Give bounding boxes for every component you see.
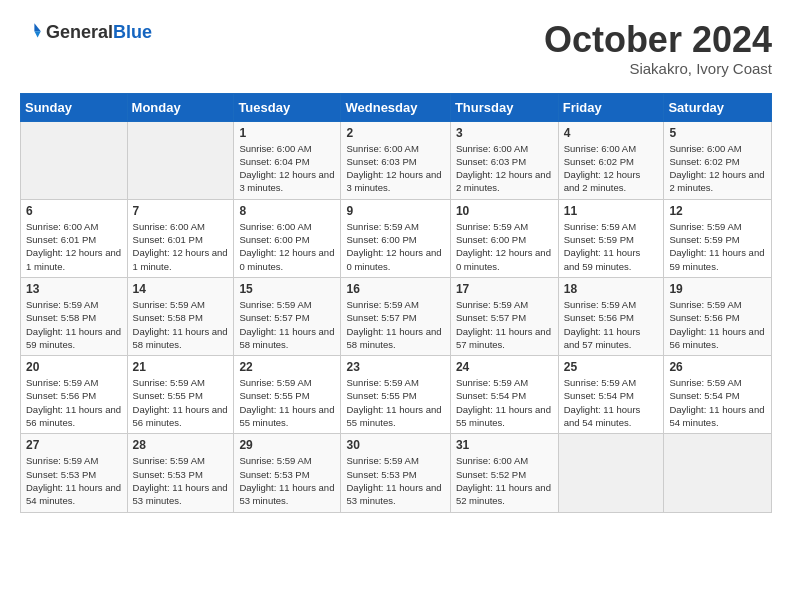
day-number: 15 — [239, 282, 335, 296]
calendar-header-row: SundayMondayTuesdayWednesdayThursdayFrid… — [21, 93, 772, 121]
day-number: 28 — [133, 438, 229, 452]
cell-sun-info: Sunrise: 5:59 AM Sunset: 5:56 PM Dayligh… — [564, 298, 659, 351]
cell-sun-info: Sunrise: 5:59 AM Sunset: 5:58 PM Dayligh… — [133, 298, 229, 351]
cell-sun-info: Sunrise: 6:00 AM Sunset: 6:00 PM Dayligh… — [239, 220, 335, 273]
calendar-cell: 29Sunrise: 5:59 AM Sunset: 5:53 PM Dayli… — [234, 434, 341, 512]
calendar-cell: 8Sunrise: 6:00 AM Sunset: 6:00 PM Daylig… — [234, 199, 341, 277]
day-number: 6 — [26, 204, 122, 218]
cell-sun-info: Sunrise: 5:59 AM Sunset: 5:53 PM Dayligh… — [26, 454, 122, 507]
day-number: 12 — [669, 204, 766, 218]
logo-general-text: General — [46, 22, 113, 42]
cell-sun-info: Sunrise: 6:00 AM Sunset: 6:01 PM Dayligh… — [133, 220, 229, 273]
calendar-cell: 3Sunrise: 6:00 AM Sunset: 6:03 PM Daylig… — [450, 121, 558, 199]
cell-sun-info: Sunrise: 5:59 AM Sunset: 5:55 PM Dayligh… — [239, 376, 335, 429]
day-number: 14 — [133, 282, 229, 296]
calendar-cell: 22Sunrise: 5:59 AM Sunset: 5:55 PM Dayli… — [234, 356, 341, 434]
calendar-cell: 11Sunrise: 5:59 AM Sunset: 5:59 PM Dayli… — [558, 199, 664, 277]
day-number: 16 — [346, 282, 444, 296]
cell-sun-info: Sunrise: 5:59 AM Sunset: 5:55 PM Dayligh… — [346, 376, 444, 429]
day-number: 9 — [346, 204, 444, 218]
location-subtitle: Siakakro, Ivory Coast — [544, 60, 772, 77]
day-number: 30 — [346, 438, 444, 452]
day-number: 20 — [26, 360, 122, 374]
calendar-cell — [558, 434, 664, 512]
day-of-week-header: Friday — [558, 93, 664, 121]
day-number: 4 — [564, 126, 659, 140]
cell-sun-info: Sunrise: 5:59 AM Sunset: 5:54 PM Dayligh… — [456, 376, 553, 429]
day-of-week-header: Sunday — [21, 93, 128, 121]
calendar-week-row: 20Sunrise: 5:59 AM Sunset: 5:56 PM Dayli… — [21, 356, 772, 434]
cell-sun-info: Sunrise: 5:59 AM Sunset: 6:00 PM Dayligh… — [346, 220, 444, 273]
cell-sun-info: Sunrise: 5:59 AM Sunset: 5:58 PM Dayligh… — [26, 298, 122, 351]
title-area: October 2024 Siakakro, Ivory Coast — [544, 20, 772, 77]
logo-blue-text: Blue — [113, 22, 152, 42]
cell-sun-info: Sunrise: 5:59 AM Sunset: 5:53 PM Dayligh… — [239, 454, 335, 507]
day-number: 18 — [564, 282, 659, 296]
calendar-cell: 4Sunrise: 6:00 AM Sunset: 6:02 PM Daylig… — [558, 121, 664, 199]
day-number: 29 — [239, 438, 335, 452]
day-number: 23 — [346, 360, 444, 374]
cell-sun-info: Sunrise: 6:00 AM Sunset: 6:04 PM Dayligh… — [239, 142, 335, 195]
calendar-cell: 6Sunrise: 6:00 AM Sunset: 6:01 PM Daylig… — [21, 199, 128, 277]
cell-sun-info: Sunrise: 5:59 AM Sunset: 5:56 PM Dayligh… — [26, 376, 122, 429]
calendar-cell: 14Sunrise: 5:59 AM Sunset: 5:58 PM Dayli… — [127, 277, 234, 355]
day-number: 24 — [456, 360, 553, 374]
day-number: 17 — [456, 282, 553, 296]
cell-sun-info: Sunrise: 6:00 AM Sunset: 6:01 PM Dayligh… — [26, 220, 122, 273]
day-number: 2 — [346, 126, 444, 140]
month-year-title: October 2024 — [544, 20, 772, 60]
calendar-table: SundayMondayTuesdayWednesdayThursdayFrid… — [20, 93, 772, 513]
calendar-cell: 24Sunrise: 5:59 AM Sunset: 5:54 PM Dayli… — [450, 356, 558, 434]
calendar-cell: 21Sunrise: 5:59 AM Sunset: 5:55 PM Dayli… — [127, 356, 234, 434]
cell-sun-info: Sunrise: 5:59 AM Sunset: 5:55 PM Dayligh… — [133, 376, 229, 429]
day-number: 10 — [456, 204, 553, 218]
day-number: 21 — [133, 360, 229, 374]
day-of-week-header: Tuesday — [234, 93, 341, 121]
calendar-week-row: 27Sunrise: 5:59 AM Sunset: 5:53 PM Dayli… — [21, 434, 772, 512]
day-number: 5 — [669, 126, 766, 140]
calendar-cell: 19Sunrise: 5:59 AM Sunset: 5:56 PM Dayli… — [664, 277, 772, 355]
day-number: 1 — [239, 126, 335, 140]
calendar-cell: 10Sunrise: 5:59 AM Sunset: 6:00 PM Dayli… — [450, 199, 558, 277]
calendar-cell: 1Sunrise: 6:00 AM Sunset: 6:04 PM Daylig… — [234, 121, 341, 199]
day-number: 7 — [133, 204, 229, 218]
calendar-cell: 26Sunrise: 5:59 AM Sunset: 5:54 PM Dayli… — [664, 356, 772, 434]
cell-sun-info: Sunrise: 5:59 AM Sunset: 5:59 PM Dayligh… — [564, 220, 659, 273]
day-number: 11 — [564, 204, 659, 218]
svg-marker-1 — [34, 31, 40, 37]
calendar-cell: 7Sunrise: 6:00 AM Sunset: 6:01 PM Daylig… — [127, 199, 234, 277]
calendar-week-row: 13Sunrise: 5:59 AM Sunset: 5:58 PM Dayli… — [21, 277, 772, 355]
cell-sun-info: Sunrise: 6:00 AM Sunset: 6:03 PM Dayligh… — [346, 142, 444, 195]
calendar-cell: 13Sunrise: 5:59 AM Sunset: 5:58 PM Dayli… — [21, 277, 128, 355]
day-number: 27 — [26, 438, 122, 452]
svg-marker-0 — [34, 23, 40, 31]
day-number: 26 — [669, 360, 766, 374]
cell-sun-info: Sunrise: 5:59 AM Sunset: 5:53 PM Dayligh… — [133, 454, 229, 507]
calendar-cell — [127, 121, 234, 199]
cell-sun-info: Sunrise: 5:59 AM Sunset: 5:54 PM Dayligh… — [564, 376, 659, 429]
day-of-week-header: Wednesday — [341, 93, 450, 121]
calendar-cell: 18Sunrise: 5:59 AM Sunset: 5:56 PM Dayli… — [558, 277, 664, 355]
day-of-week-header: Monday — [127, 93, 234, 121]
calendar-cell: 16Sunrise: 5:59 AM Sunset: 5:57 PM Dayli… — [341, 277, 450, 355]
calendar-cell: 25Sunrise: 5:59 AM Sunset: 5:54 PM Dayli… — [558, 356, 664, 434]
day-number: 31 — [456, 438, 553, 452]
calendar-cell: 20Sunrise: 5:59 AM Sunset: 5:56 PM Dayli… — [21, 356, 128, 434]
cell-sun-info: Sunrise: 6:00 AM Sunset: 6:03 PM Dayligh… — [456, 142, 553, 195]
day-number: 25 — [564, 360, 659, 374]
calendar-cell: 28Sunrise: 5:59 AM Sunset: 5:53 PM Dayli… — [127, 434, 234, 512]
cell-sun-info: Sunrise: 5:59 AM Sunset: 5:53 PM Dayligh… — [346, 454, 444, 507]
day-of-week-header: Saturday — [664, 93, 772, 121]
calendar-cell: 5Sunrise: 6:00 AM Sunset: 6:02 PM Daylig… — [664, 121, 772, 199]
day-of-week-header: Thursday — [450, 93, 558, 121]
logo: GeneralBlue — [20, 20, 152, 44]
cell-sun-info: Sunrise: 5:59 AM Sunset: 5:59 PM Dayligh… — [669, 220, 766, 273]
logo-icon — [20, 20, 44, 44]
calendar-week-row: 1Sunrise: 6:00 AM Sunset: 6:04 PM Daylig… — [21, 121, 772, 199]
day-number: 13 — [26, 282, 122, 296]
calendar-cell: 17Sunrise: 5:59 AM Sunset: 5:57 PM Dayli… — [450, 277, 558, 355]
calendar-cell: 27Sunrise: 5:59 AM Sunset: 5:53 PM Dayli… — [21, 434, 128, 512]
cell-sun-info: Sunrise: 5:59 AM Sunset: 6:00 PM Dayligh… — [456, 220, 553, 273]
day-number: 22 — [239, 360, 335, 374]
calendar-cell: 9Sunrise: 5:59 AM Sunset: 6:00 PM Daylig… — [341, 199, 450, 277]
